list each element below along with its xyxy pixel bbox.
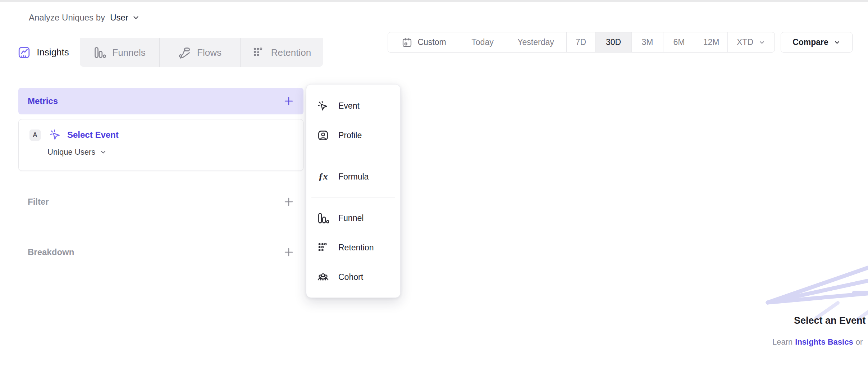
- date-button-label: 12M: [703, 37, 719, 47]
- breakdown-section[interactable]: Breakdown: [18, 240, 303, 264]
- retention-dots-icon: [317, 242, 329, 254]
- metric-card[interactable]: A Select Event Unique Users: [18, 119, 303, 171]
- date-button-label: Custom: [417, 37, 446, 47]
- learn-prefix: Learn: [772, 337, 792, 346]
- tab-flows[interactable]: Flows: [159, 38, 240, 67]
- empty-state-illustration: [762, 222, 868, 326]
- tab-retention-label: Retention: [271, 47, 311, 58]
- select-event-button[interactable]: Select Event: [67, 130, 119, 140]
- date-6m-button[interactable]: 6M: [663, 32, 695, 52]
- metrics-title: Metrics: [28, 96, 58, 106]
- breakdown-title: Breakdown: [28, 247, 74, 257]
- plus-icon[interactable]: [283, 196, 294, 207]
- date-button-label: Today: [471, 37, 493, 47]
- tab-insights-label: Insights: [37, 47, 69, 58]
- analysis-header[interactable]: Analyze Uniques by User: [29, 13, 140, 23]
- learn-suffix: or: [856, 337, 863, 346]
- date-12m-button[interactable]: 12M: [695, 32, 727, 52]
- metric-card-row: A Select Event: [29, 129, 303, 141]
- date-button-label: 3M: [642, 37, 653, 47]
- funnel-bars-icon: [317, 212, 329, 224]
- measure-dropdown[interactable]: Unique Users: [47, 147, 303, 157]
- date-7d-button[interactable]: 7D: [566, 32, 595, 52]
- date-button-label: Yesterday: [517, 37, 554, 47]
- date-button-label: XTD: [737, 37, 753, 47]
- date-custom-button[interactable]: Custom: [388, 32, 460, 52]
- menu-item-funnel[interactable]: Funnel: [306, 203, 400, 233]
- event-click-icon: [317, 100, 329, 112]
- analysis-header-label: Analyze Uniques by: [29, 13, 105, 23]
- cohort-people-icon: [317, 271, 329, 283]
- date-xtd-dropdown[interactable]: XTD: [727, 32, 775, 52]
- empty-state-title: Select an Event: [794, 315, 866, 326]
- event-click-icon: [49, 129, 61, 141]
- measure-value: Unique Users: [47, 147, 95, 157]
- inactive-tab-group: Funnels Flows Retention: [80, 38, 323, 67]
- date-button-label: 30D: [606, 37, 621, 47]
- profile-card-icon: [317, 130, 329, 141]
- chevron-down-icon: [132, 14, 140, 22]
- metrics-section-header[interactable]: Metrics: [18, 88, 303, 114]
- filter-section[interactable]: Filter: [18, 190, 303, 214]
- menu-item-label: Profile: [338, 131, 362, 140]
- flows-stream-icon: [178, 46, 191, 59]
- plus-icon[interactable]: [283, 247, 294, 258]
- menu-item-label: Cohort: [338, 272, 363, 282]
- menu-divider: [311, 197, 395, 197]
- tab-funnels[interactable]: Funnels: [80, 38, 159, 67]
- menu-item-formula[interactable]: ƒx Formula: [306, 162, 400, 191]
- query-builder-panel: Analyze Uniques by User Insights Funnels: [0, 2, 323, 377]
- date-button-label: 6M: [673, 37, 685, 47]
- chevron-down-icon: [833, 39, 841, 46]
- tab-flows-label: Flows: [197, 47, 221, 58]
- tab-retention[interactable]: Retention: [240, 38, 323, 67]
- date-3m-button[interactable]: 3M: [631, 32, 663, 52]
- calendar-icon: [402, 37, 412, 48]
- menu-item-cohort[interactable]: Cohort: [306, 262, 400, 292]
- date-today-button[interactable]: Today: [460, 32, 505, 52]
- compare-label: Compare: [792, 37, 828, 47]
- menu-item-profile[interactable]: Profile: [306, 121, 400, 150]
- tab-insights[interactable]: Insights: [7, 38, 80, 67]
- chevron-down-icon: [758, 39, 766, 46]
- filter-title: Filter: [28, 197, 49, 207]
- menu-item-event[interactable]: Event: [306, 91, 400, 121]
- retention-dots-icon: [252, 46, 265, 59]
- metric-letter-badge: A: [29, 130, 41, 141]
- menu-divider: [311, 156, 395, 156]
- menu-item-label: Formula: [338, 172, 369, 182]
- analysis-by-dropdown[interactable]: User: [110, 13, 140, 23]
- chevron-down-icon: [100, 149, 107, 156]
- date-button-label: 7D: [576, 37, 586, 47]
- date-30d-button[interactable]: 30D: [595, 32, 631, 52]
- formula-fx-icon: ƒx: [317, 171, 329, 182]
- plus-icon[interactable]: [283, 96, 294, 106]
- menu-item-retention[interactable]: Retention: [306, 233, 400, 262]
- report-tabbar: Insights Funnels Flows: [7, 38, 323, 67]
- add-metric-menu: Event Profile ƒx Formula Funnel Retentio…: [306, 84, 401, 298]
- menu-item-label: Retention: [338, 243, 374, 253]
- date-range-bar: Custom Today Yesterday 7D 30D 3M 6M 12M …: [388, 32, 775, 53]
- menu-item-label: Funnel: [338, 213, 364, 223]
- funnel-bars-icon: [93, 46, 106, 59]
- insights-chart-icon: [18, 46, 30, 59]
- empty-state-subtitle: LearnInsights Basicsor: [772, 337, 863, 347]
- menu-item-label: Event: [338, 101, 360, 111]
- insights-basics-link[interactable]: Insights Basics: [795, 337, 853, 346]
- tab-funnels-label: Funnels: [112, 47, 146, 58]
- date-yesterday-button[interactable]: Yesterday: [505, 32, 566, 52]
- analysis-by-value: User: [110, 13, 128, 23]
- compare-button[interactable]: Compare: [781, 32, 853, 53]
